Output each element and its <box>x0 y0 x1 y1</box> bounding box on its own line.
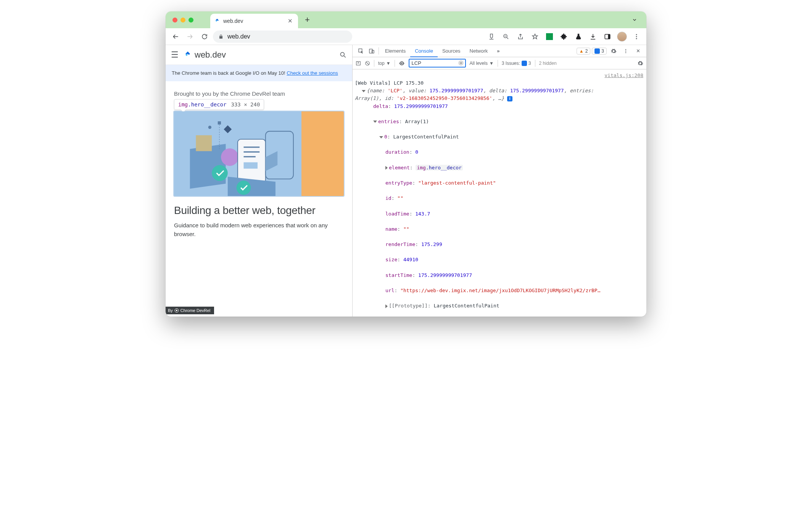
svg-point-3 <box>636 34 637 35</box>
main-split: ☰ web.dev The Chrome team is back at Goo… <box>166 45 646 317</box>
svg-point-18 <box>208 126 211 129</box>
tabs-menu-button[interactable] <box>627 17 642 23</box>
messages-pill[interactable]: 3 <box>592 48 607 55</box>
console-toolbar: top ▼ LCP ✕ All levels ▼ 3 Issues: 3 2 h… <box>353 57 646 69</box>
window-controls <box>170 18 193 23</box>
log-levels-selector[interactable]: All levels ▼ <box>470 61 494 66</box>
svg-point-5 <box>636 38 637 39</box>
browser-tab[interactable]: web.dev ✕ <box>210 14 298 28</box>
svg-point-6 <box>340 52 344 56</box>
svg-line-34 <box>366 62 369 64</box>
more-tabs-icon[interactable]: » <box>492 45 504 57</box>
svg-point-29 <box>625 49 626 50</box>
svg-marker-17 <box>224 125 232 133</box>
extensions-icon[interactable] <box>558 31 570 43</box>
close-devtools-icon[interactable]: ✕ <box>633 48 643 54</box>
reload-button[interactable] <box>198 31 211 43</box>
devtools-menu-icon[interactable] <box>620 48 631 54</box>
rendered-page: ☰ web.dev The Chrome team is back at Goo… <box>166 45 353 317</box>
downloads-icon[interactable] <box>587 31 599 43</box>
tab-title: web.dev <box>223 18 243 24</box>
search-icon[interactable] <box>339 51 347 59</box>
forward-button[interactable] <box>184 31 196 43</box>
tab-network[interactable]: Network <box>465 45 493 57</box>
extension-green[interactable] <box>543 31 556 43</box>
labs-icon[interactable] <box>572 31 585 43</box>
svg-rect-14 <box>244 162 258 169</box>
context-selector[interactable]: top ▼ <box>378 61 391 66</box>
toggle-sidebar-icon[interactable] <box>356 61 361 66</box>
svg-point-31 <box>625 52 626 53</box>
banner-link[interactable]: Check out the sessions <box>287 70 338 76</box>
zoom-out-icon[interactable] <box>500 31 512 43</box>
hero-illustration <box>174 111 301 196</box>
close-window[interactable] <box>172 18 177 23</box>
svg-point-20 <box>212 165 228 181</box>
new-tab-button[interactable]: + <box>301 15 314 25</box>
share-icon[interactable] <box>514 31 527 43</box>
element-inspect-tooltip: img.hero__decor 333 × 240 <box>174 99 264 110</box>
profile-avatar[interactable] <box>616 31 628 43</box>
svg-point-4 <box>636 36 637 37</box>
chrome-icon <box>174 308 179 313</box>
side-panel-icon[interactable] <box>601 31 614 43</box>
site-header: ☰ web.dev <box>166 45 352 65</box>
element-link[interactable]: img.hero__decor <box>416 165 462 170</box>
zoom-window[interactable] <box>188 18 193 23</box>
live-expression-icon[interactable] <box>399 60 405 66</box>
minimize-window[interactable] <box>180 18 185 23</box>
page-content: Brought to you by the Chrome DevRel team… <box>166 81 352 242</box>
site-logo[interactable]: web.dev <box>183 50 226 60</box>
svg-rect-8 <box>196 135 212 151</box>
page-subtext: Guidance to build modern web experiences… <box>174 221 344 238</box>
console-settings-icon[interactable] <box>637 60 643 66</box>
svg-point-35 <box>401 63 403 64</box>
menu-icon[interactable]: ☰ <box>171 50 179 60</box>
address-bar[interactable]: web.dev <box>213 31 352 43</box>
devtools-panel: Elements Console Sources Network » ▲2 3 … <box>353 45 646 317</box>
log-prefix: [Web Vitals] LCP 175.30 <box>355 80 424 86</box>
byline: Brought to you by the Chrome DevRel team <box>174 90 344 97</box>
log-row[interactable]: [Web Vitals] LCP 175.30 {name: 'LCP', va… <box>354 71 646 317</box>
devtools-tabstrip: Elements Console Sources Network » ▲2 3 … <box>353 45 646 57</box>
source-link[interactable]: vitals.js:208 <box>604 72 643 317</box>
page-heading: Building a better web, together <box>174 204 344 217</box>
clear-console-icon[interactable] <box>365 61 370 66</box>
issues-link[interactable]: 3 Issues: 3 <box>502 61 531 66</box>
url-text: web.dev <box>227 33 250 40</box>
hero-image <box>174 111 344 196</box>
tab-console[interactable]: Console <box>410 45 438 57</box>
filter-input[interactable]: LCP ✕ <box>409 59 466 68</box>
browser-window: web.dev ✕ + web.dev <box>166 11 646 317</box>
settings-icon[interactable] <box>608 48 619 54</box>
tab-close-icon[interactable]: ✕ <box>288 18 293 24</box>
svg-point-25 <box>176 310 177 311</box>
promo-banner: The Chrome team is back at Google I/O on… <box>166 65 352 81</box>
svg-rect-15 <box>218 121 221 124</box>
info-icon[interactable]: i <box>507 96 512 101</box>
hidden-count: 2 hidden <box>539 61 557 66</box>
clear-filter-icon[interactable]: ✕ <box>458 60 464 66</box>
tab-elements[interactable]: Elements <box>380 45 410 57</box>
bookmark-icon[interactable] <box>529 31 541 43</box>
warnings-pill[interactable]: ▲2 <box>577 48 591 55</box>
inspect-element-icon[interactable] <box>356 45 366 57</box>
tab-sources[interactable]: Sources <box>438 45 465 57</box>
svg-rect-21 <box>228 177 276 196</box>
back-button[interactable] <box>169 31 182 43</box>
svg-point-9 <box>221 148 238 166</box>
lock-icon <box>218 34 224 39</box>
svg-rect-2 <box>608 34 610 39</box>
devrel-badge: By Chrome DevRel <box>166 307 214 314</box>
chrome-menu-icon[interactable] <box>630 31 643 43</box>
device-toolbar-icon[interactable] <box>366 45 377 57</box>
svg-point-30 <box>625 50 626 51</box>
console-output: [Web Vitals] LCP 175.30 {name: 'LCP', va… <box>353 69 646 317</box>
svg-rect-10 <box>238 139 266 183</box>
toolbar: web.dev <box>166 28 646 45</box>
install-app-icon[interactable] <box>485 31 498 43</box>
site-favicon <box>214 18 220 24</box>
titlebar: web.dev ✕ + <box>166 11 646 28</box>
svg-point-22 <box>237 180 251 195</box>
svg-marker-23 <box>266 151 277 171</box>
